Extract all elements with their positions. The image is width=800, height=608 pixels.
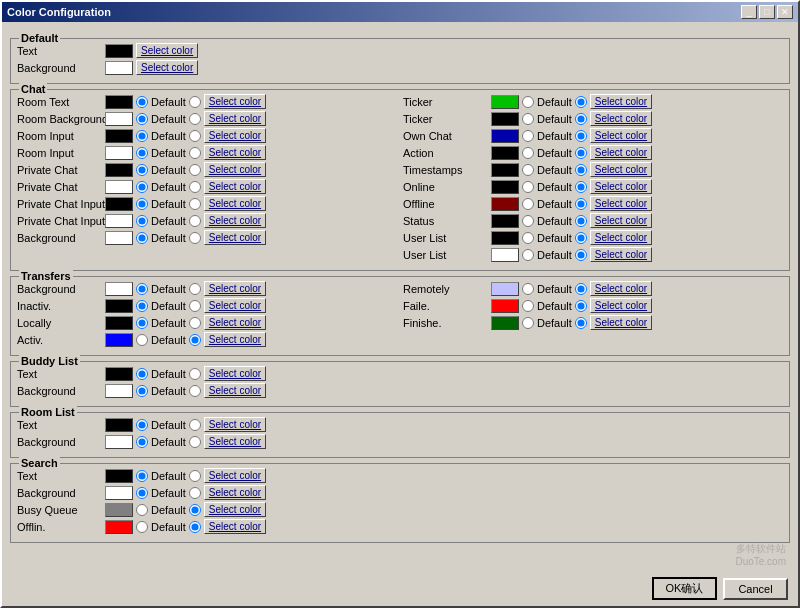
room-text-default-radio[interactable] <box>136 96 148 108</box>
offline-color[interactable] <box>491 197 519 211</box>
user-list2-select-btn[interactable]: Select color <box>590 247 652 262</box>
remotely-default-radio[interactable] <box>522 283 534 295</box>
private-chat2-select-btn[interactable]: Select color <box>204 179 266 194</box>
timestamps-default-radio[interactable] <box>522 164 534 176</box>
online-color[interactable] <box>491 180 519 194</box>
busy-queue-select-btn[interactable]: Select color <box>204 502 266 517</box>
buddy-bg-color[interactable] <box>105 384 133 398</box>
ticker2-default-radio[interactable] <box>522 113 534 125</box>
room-input2-default-radio[interactable] <box>136 147 148 159</box>
trans-bg-default-radio[interactable] <box>136 283 148 295</box>
search-text-select-radio[interactable] <box>189 470 201 482</box>
trans-active-default-radio[interactable] <box>136 334 148 346</box>
private-chat-input2-select-btn[interactable]: Select color <box>204 213 266 228</box>
offline-select-btn[interactable]: Select color <box>590 196 652 211</box>
room-input2-select-radio[interactable] <box>189 147 201 159</box>
action-color[interactable] <box>491 146 519 160</box>
room-input-default-radio[interactable] <box>136 130 148 142</box>
search-text-select-btn[interactable]: Select color <box>204 468 266 483</box>
chat-bg-default-radio[interactable] <box>136 232 148 244</box>
minimize-button[interactable]: _ <box>741 5 757 19</box>
chat-bg-select-radio[interactable] <box>189 232 201 244</box>
private-chat2-select-radio[interactable] <box>189 181 201 193</box>
trans-bg-color[interactable] <box>105 282 133 296</box>
status-default-radio[interactable] <box>522 215 534 227</box>
own-chat-select-btn[interactable]: Select color <box>590 128 652 143</box>
room-bg-select-radio[interactable] <box>189 113 201 125</box>
roomlist-text-color[interactable] <box>105 418 133 432</box>
private-chat-input-select-btn[interactable]: Select color <box>204 196 266 211</box>
search-offline-select-btn[interactable]: Select color <box>204 519 266 534</box>
user-list-select-btn[interactable]: Select color <box>590 230 652 245</box>
trans-locally-select-radio[interactable] <box>189 317 201 329</box>
own-chat-select-radio[interactable] <box>575 130 587 142</box>
private-chat2-color[interactable] <box>105 180 133 194</box>
private-chat-input-select-radio[interactable] <box>189 198 201 210</box>
status-color[interactable] <box>491 214 519 228</box>
trans-active-color[interactable] <box>105 333 133 347</box>
remotely-select-btn[interactable]: Select color <box>590 281 652 296</box>
online-default-radio[interactable] <box>522 181 534 193</box>
remotely-color[interactable] <box>491 282 519 296</box>
private-chat-input2-default-radio[interactable] <box>136 215 148 227</box>
user-list-default-radio[interactable] <box>522 232 534 244</box>
timestamps-select-radio[interactable] <box>575 164 587 176</box>
room-text-select-radio[interactable] <box>189 96 201 108</box>
busy-queue-default-radio[interactable] <box>136 504 148 516</box>
close-button[interactable]: ✕ <box>777 5 793 19</box>
trans-locally-default-radio[interactable] <box>136 317 148 329</box>
action-select-radio[interactable] <box>575 147 587 159</box>
user-list-select-radio[interactable] <box>575 232 587 244</box>
ticker2-select-radio[interactable] <box>575 113 587 125</box>
buddy-bg-select-radio[interactable] <box>189 385 201 397</box>
offline-default-radio[interactable] <box>522 198 534 210</box>
search-text-color[interactable] <box>105 469 133 483</box>
ticker2-select-btn[interactable]: Select color <box>590 111 652 126</box>
timestamps-select-btn[interactable]: Select color <box>590 162 652 177</box>
action-select-btn[interactable]: Select color <box>590 145 652 160</box>
search-bg-select-btn[interactable]: Select color <box>204 485 266 500</box>
buddy-text-color[interactable] <box>105 367 133 381</box>
trans-inactive-select-btn[interactable]: Select color <box>204 298 266 313</box>
own-chat-color[interactable] <box>491 129 519 143</box>
roomlist-bg-color[interactable] <box>105 435 133 449</box>
ticker-select-radio[interactable] <box>575 96 587 108</box>
private-chat-default-radio[interactable] <box>136 164 148 176</box>
ok-button[interactable]: OK确认 <box>652 577 717 600</box>
private-chat-color[interactable] <box>105 163 133 177</box>
finished-default-radio[interactable] <box>522 317 534 329</box>
remotely-select-radio[interactable] <box>575 283 587 295</box>
buddy-bg-select-btn[interactable]: Select color <box>204 383 266 398</box>
trans-locally-color[interactable] <box>105 316 133 330</box>
trans-active-select-btn[interactable]: Select color <box>204 332 266 347</box>
timestamps-color[interactable] <box>491 163 519 177</box>
user-list2-default-radio[interactable] <box>522 249 534 261</box>
room-input-select-radio[interactable] <box>189 130 201 142</box>
room-input-select-btn[interactable]: Select color <box>204 128 266 143</box>
default-bg-select-btn[interactable]: Select color <box>136 60 198 75</box>
trans-bg-select-radio[interactable] <box>189 283 201 295</box>
roomlist-text-select-btn[interactable]: Select color <box>204 417 266 432</box>
finished-select-radio[interactable] <box>575 317 587 329</box>
trans-bg-select-btn[interactable]: Select color <box>204 281 266 296</box>
busy-queue-select-radio[interactable] <box>189 504 201 516</box>
trans-inactive-default-radio[interactable] <box>136 300 148 312</box>
busy-queue-color[interactable] <box>105 503 133 517</box>
user-list2-select-radio[interactable] <box>575 249 587 261</box>
finished-color[interactable] <box>491 316 519 330</box>
roomlist-text-default-radio[interactable] <box>136 419 148 431</box>
chat-bg-color[interactable] <box>105 231 133 245</box>
trans-inactive-select-radio[interactable] <box>189 300 201 312</box>
room-input2-select-btn[interactable]: Select color <box>204 145 266 160</box>
trans-locally-select-btn[interactable]: Select color <box>204 315 266 330</box>
failed-select-radio[interactable] <box>575 300 587 312</box>
maximize-button[interactable]: □ <box>759 5 775 19</box>
private-chat2-default-radio[interactable] <box>136 181 148 193</box>
ticker-color[interactable] <box>491 95 519 109</box>
chat-bg-select-btn[interactable]: Select color <box>204 230 266 245</box>
room-input-color[interactable] <box>105 129 133 143</box>
action-default-radio[interactable] <box>522 147 534 159</box>
online-select-btn[interactable]: Select color <box>590 179 652 194</box>
default-bg-color[interactable] <box>105 61 133 75</box>
user-list-color[interactable] <box>491 231 519 245</box>
